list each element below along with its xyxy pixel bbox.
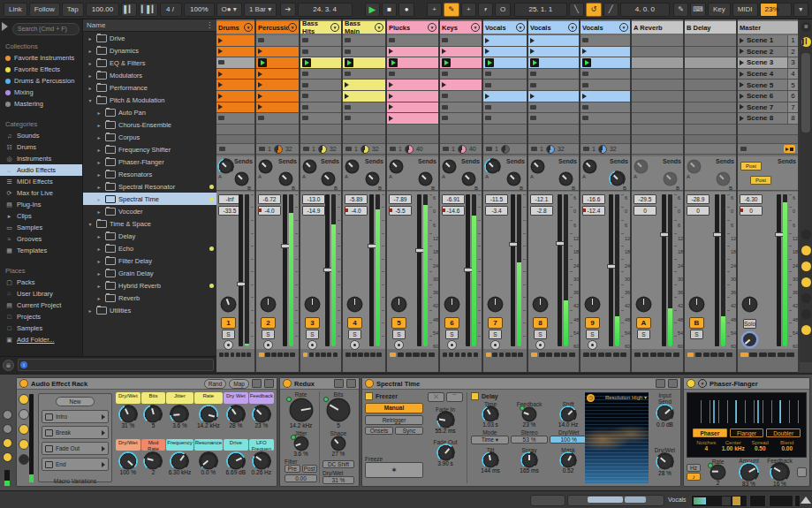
- clip-slot[interactable]: [685, 80, 736, 91]
- mixer-toggle-1[interactable]: [801, 246, 811, 255]
- send-b-knob[interactable]: [611, 173, 623, 185]
- peak-level-field[interactable]: -6.72: [258, 194, 281, 204]
- clip-launch-icon[interactable]: [218, 94, 223, 99]
- clip-slot[interactable]: [216, 69, 254, 80]
- track-fold-icon[interactable]: ▾: [471, 23, 480, 32]
- scene-slot[interactable]: Scene 11: [738, 35, 798, 47]
- track-header[interactable]: Plucks▾: [387, 21, 438, 34]
- arm-record-button[interactable]: [490, 340, 500, 350]
- save-preset-icon[interactable]: [346, 379, 356, 388]
- clip-launch-icon[interactable]: [345, 94, 349, 99]
- pan-knob[interactable]: [445, 298, 459, 311]
- tree-item-reverb[interactable]: ▸Reverb: [83, 292, 216, 304]
- clip-launch-icon[interactable]: [530, 94, 535, 99]
- clip-slot[interactable]: [343, 35, 385, 47]
- peak-level-field[interactable]: -11.5: [485, 194, 508, 204]
- volume-field[interactable]: -14.9: [302, 206, 325, 216]
- notches-value[interactable]: 4: [693, 445, 720, 451]
- variation-launch-icon[interactable]: [102, 414, 105, 420]
- variation-launch-icon[interactable]: [102, 462, 105, 467]
- track-activator-button[interactable]: 2: [261, 317, 276, 329]
- clip-slot[interactable]: [256, 69, 299, 80]
- volume-fader[interactable]: [325, 194, 330, 346]
- clip-launch-icon[interactable]: [530, 49, 535, 54]
- clip-slot[interactable]: [685, 113, 736, 125]
- tap-tempo-button[interactable]: Tap: [62, 3, 84, 17]
- clip-playing-icon[interactable]: [345, 58, 353, 67]
- pen-icon[interactable]: ✎: [673, 3, 688, 17]
- sidebar-item-instruments[interactable]: ◎Instruments: [0, 153, 82, 164]
- clip-slot[interactable]: [343, 57, 385, 69]
- phaser-rate-knob[interactable]: [711, 466, 725, 479]
- shape-knob[interactable]: [332, 437, 345, 450]
- clip-slot[interactable]: [343, 113, 385, 125]
- send-b-knob[interactable]: [367, 173, 378, 185]
- clip-slot[interactable]: [300, 69, 341, 80]
- clip-playing-icon[interactable]: [530, 58, 539, 67]
- resolution-control[interactable]: Resolution High ▾: [605, 394, 647, 400]
- amount-knob[interactable]: [741, 465, 756, 480]
- device-power-icon[interactable]: [365, 379, 374, 388]
- clip-slot[interactable]: [300, 80, 341, 91]
- clip-slot[interactable]: [685, 91, 736, 102]
- clip-slot[interactable]: [528, 47, 579, 58]
- tree-arrow-icon[interactable]: ▸: [95, 209, 102, 215]
- stop-all-icon[interactable]: [303, 147, 309, 151]
- clip-launch-icon[interactable]: [345, 82, 349, 87]
- track-fold-icon[interactable]: ▾: [288, 23, 297, 32]
- capture-midi-button[interactable]: +: [461, 3, 476, 17]
- track-fold-icon[interactable]: ▾: [568, 23, 577, 32]
- clip-slot[interactable]: [632, 57, 683, 69]
- phaser-title-bar[interactable]: ▾ Phaser-Flanger: [684, 378, 809, 390]
- solo-button[interactable]: S: [690, 330, 703, 339]
- volume-field[interactable]: 0: [687, 206, 710, 216]
- send-b-knob[interactable]: [236, 173, 247, 185]
- tree-item-echo[interactable]: ▸Echo: [83, 242, 216, 254]
- clip-overview[interactable]: [691, 495, 747, 507]
- clip-launch-icon[interactable]: [582, 94, 587, 99]
- rate-knob[interactable]: [291, 399, 312, 421]
- solo-button[interactable]: S: [534, 330, 547, 339]
- redux-title-bar[interactable]: Redux: [280, 378, 359, 390]
- bits-value[interactable]: 5: [321, 422, 356, 428]
- macro-knob[interactable]: [201, 454, 216, 468]
- io-toggle-icon[interactable]: ▌▎: [801, 37, 811, 47]
- track-header[interactable]: Percussion▾: [256, 21, 299, 34]
- collection-item[interactable]: Mastering: [0, 98, 82, 110]
- out-drywet-value[interactable]: 28 %: [651, 470, 679, 476]
- tree-arrow-icon[interactable]: ▸: [95, 233, 102, 239]
- clip-launch-icon[interactable]: [442, 49, 446, 54]
- mixer-toggle-5[interactable]: [801, 309, 811, 319]
- delay-toggle[interactable]: [471, 392, 479, 400]
- peak-level-field[interactable]: -29.5: [634, 194, 656, 204]
- spectral-title-bar[interactable]: Spectral Time: [362, 378, 680, 390]
- zoom-scroll-handle[interactable]: [530, 495, 565, 506]
- feedback-knob[interactable]: [523, 408, 535, 421]
- clip-launch-icon[interactable]: [442, 82, 446, 87]
- clip-slot[interactable]: [387, 102, 438, 114]
- macro-knob[interactable]: [172, 454, 186, 468]
- scene-slot[interactable]: Scene 33: [738, 57, 798, 69]
- pan-knob[interactable]: [534, 298, 547, 311]
- tree-item-frequency-shifter[interactable]: ▸Frequency Shifter: [83, 143, 216, 155]
- solo-button[interactable]: S: [586, 330, 599, 339]
- macro-knob[interactable]: [121, 407, 135, 421]
- send-b-knob[interactable]: [560, 173, 572, 185]
- sync-button[interactable]: Sync: [395, 427, 423, 435]
- tree-arrow-icon[interactable]: ▸: [95, 122, 102, 128]
- center-value[interactable]: 1.00 kHz: [720, 445, 747, 451]
- info-toggle-icon[interactable]: ≣: [3, 360, 14, 371]
- track-fold-icon[interactable]: ▾: [375, 23, 383, 32]
- clip-slot[interactable]: [300, 102, 341, 114]
- peak-level-field[interactable]: -13.0: [302, 194, 325, 204]
- tree-item-phaser-flanger[interactable]: ▸Phaser-Flanger: [83, 155, 216, 168]
- clip-launch-icon[interactable]: [258, 82, 262, 87]
- send-a-knob[interactable]: [532, 161, 543, 172]
- clip-slot[interactable]: [528, 91, 579, 102]
- clip-slot[interactable]: [581, 35, 630, 47]
- clip-playing-icon[interactable]: [442, 58, 451, 67]
- clip-slot[interactable]: [256, 80, 299, 91]
- scene-launch-icon[interactable]: [740, 38, 744, 43]
- send-b-knob[interactable]: [508, 173, 520, 185]
- tree-item-time-space[interactable]: ▾Time & Space: [83, 217, 216, 230]
